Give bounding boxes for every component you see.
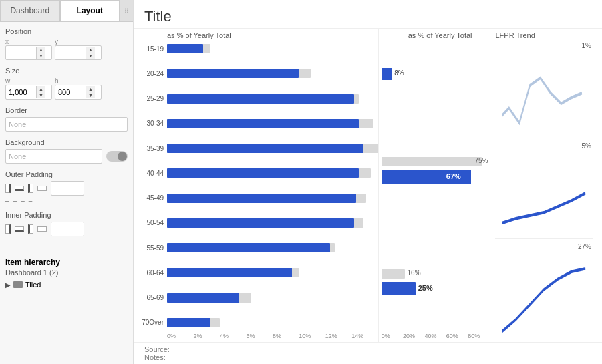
- page-title: Title: [134, 0, 602, 29]
- bar-fg: [167, 144, 363, 153]
- tab-dashboard[interactable]: Dashboard: [0, 0, 60, 21]
- w-label: w: [5, 77, 52, 85]
- bar-label: 15-19: [140, 45, 167, 53]
- outer-pad-dash-2: –: [13, 197, 17, 204]
- y-spin-up[interactable]: ▲: [86, 47, 95, 53]
- outer-pad-dash-3: –: [21, 197, 25, 204]
- bar-fg: [167, 218, 354, 228]
- inner-pad-right[interactable]: [28, 224, 33, 234]
- bar-label: 70Over: [140, 319, 167, 326]
- bar-row: 55-59: [140, 241, 378, 254]
- x-input[interactable]: [6, 47, 36, 58]
- outer-pad-all[interactable]: [37, 186, 47, 191]
- bar-label: 30-34: [140, 120, 167, 127]
- bar-fg: [167, 44, 203, 53]
- left-panel: Dashboard Layout ⠿ Position x ▲ ▼: [0, 0, 134, 364]
- border-select[interactable]: None: [5, 117, 128, 132]
- bar-fg: [167, 168, 359, 178]
- bar-label: 20-24: [140, 70, 167, 77]
- bar-fg: [167, 318, 210, 327]
- outer-pad-dash-1: –: [5, 197, 9, 204]
- tab-layout[interactable]: Layout: [60, 0, 120, 21]
- w-spin-down[interactable]: ▼: [37, 92, 45, 98]
- outer-pad-right[interactable]: [28, 184, 33, 193]
- bar-label: 55-59: [140, 244, 167, 252]
- bar-area: [167, 44, 378, 53]
- inner-pad-dash-1: –: [5, 238, 9, 245]
- hierarchy-item-label: Tiled: [25, 281, 41, 289]
- bar-chart-left: 15-1920-2425-2930-3435-3940-4445-4950-54…: [140, 42, 378, 329]
- h-input[interactable]: [55, 87, 86, 98]
- h-spin-up[interactable]: ▲: [86, 86, 95, 92]
- hierarchy-item[interactable]: ▶ Tiled: [5, 279, 128, 290]
- inner-pad-dash-2: –: [13, 238, 17, 245]
- trend-svg: [495, 141, 593, 238]
- x-spin-down[interactable]: ▼: [37, 53, 45, 59]
- trend-pct: 27%: [578, 243, 591, 250]
- inner-pad-top[interactable]: [15, 226, 24, 232]
- bar-label: 65-69: [140, 294, 167, 301]
- y-spin-down[interactable]: ▼: [86, 53, 95, 59]
- mid-bar-label: 8%: [394, 69, 404, 77]
- main-content: Title as % of Yearly Total 15-1920-2425-…: [134, 0, 602, 364]
- mid-bars: 8%75%67%16%25%: [382, 42, 490, 329]
- tree-arrow-icon: ▶: [5, 281, 11, 289]
- panel-resize-handle[interactable]: ⠿: [120, 0, 133, 21]
- bar-area: [167, 119, 378, 128]
- mid-bar-bg-gray: [382, 157, 482, 166]
- trend-svg: [495, 242, 593, 339]
- notes-text: Notes:: [144, 353, 591, 361]
- inner-padding-select[interactable]: [51, 222, 84, 236]
- inner-pad-dash-3: –: [21, 238, 25, 245]
- chart-middle: as % of Yearly Total 8%75%67%16%25% 0%20…: [378, 29, 492, 342]
- mid-bar-bg-gray2: [382, 269, 406, 279]
- source-text: Source:: [144, 345, 591, 353]
- inner-pad-all[interactable]: [37, 226, 47, 232]
- bar-fg: [167, 194, 356, 203]
- outer-pad-left[interactable]: [5, 184, 11, 193]
- mid-bar-label-blue2: 25%: [418, 284, 433, 292]
- bar-area: [167, 293, 378, 303]
- bar-label: 60-64: [140, 269, 167, 277]
- bar-fg: [167, 119, 359, 128]
- bar-label: 35-39: [140, 145, 167, 152]
- chart-left-subtitle: as % of Yearly Total: [140, 31, 378, 39]
- mid-x-tick: 0%: [382, 331, 403, 339]
- y-label: y: [55, 38, 102, 45]
- mid-bar-label-gray: 75%: [474, 157, 488, 164]
- outer-padding-select[interactable]: [51, 181, 84, 196]
- bar-row: 35-39: [140, 142, 378, 155]
- size-label: Size: [5, 67, 128, 75]
- bar-area: [167, 243, 378, 252]
- x-tick: 14%: [351, 331, 378, 339]
- charts-area: as % of Yearly Total 15-1920-2425-2930-3…: [134, 29, 602, 342]
- x-tick: 2%: [193, 331, 219, 339]
- y-input[interactable]: [55, 47, 86, 58]
- x-tick: 6%: [246, 331, 272, 339]
- x-label: x: [5, 38, 52, 45]
- bar-label: 45-49: [140, 194, 167, 202]
- x-spin-up[interactable]: ▲: [37, 47, 45, 53]
- y-input-wrapper: ▲ ▼: [55, 45, 102, 60]
- mid-group-bottom: 16%25%: [382, 234, 490, 329]
- tiled-icon: [13, 281, 23, 288]
- mid-bar-row: 75%: [382, 156, 490, 168]
- h-spin-down[interactable]: ▼: [86, 92, 95, 98]
- bar-area: [167, 194, 378, 203]
- bar-label: 25-29: [140, 95, 167, 102]
- background-toggle[interactable]: [106, 151, 128, 162]
- h-label: h: [55, 77, 102, 85]
- mid-bar-label-blue: 67%: [446, 172, 461, 180]
- inner-pad-left[interactable]: [5, 224, 11, 234]
- w-spin-up[interactable]: ▲: [37, 86, 45, 92]
- x-tick: 0%: [167, 331, 193, 339]
- bar-fg: [167, 268, 292, 277]
- bar-label: 40-44: [140, 170, 167, 177]
- bar-area: [167, 144, 378, 153]
- w-input[interactable]: [6, 87, 36, 98]
- bar-label: 50-54: [140, 219, 167, 226]
- background-select[interactable]: None: [5, 149, 102, 164]
- bar-row: 70Over: [140, 316, 378, 329]
- outer-pad-top[interactable]: [15, 186, 24, 191]
- mid-bar-row: 8%: [382, 68, 490, 80]
